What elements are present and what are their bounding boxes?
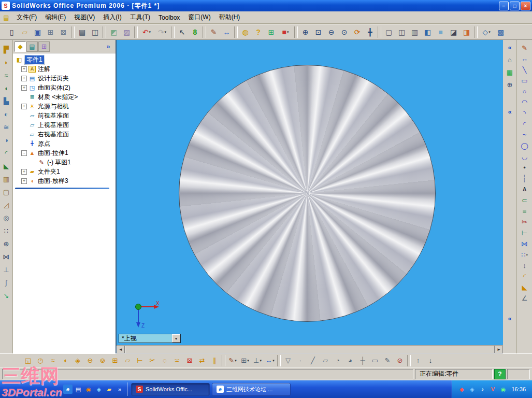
texture-icon[interactable]: ▨ bbox=[120, 26, 133, 38]
graphics-viewport[interactable]: X Z *上视 ▼ bbox=[117, 40, 503, 345]
filter-planes-icon[interactable]: ▭ bbox=[369, 355, 381, 366]
close-button[interactable]: × bbox=[521, 2, 530, 10]
centerline-icon[interactable]: ┆ bbox=[519, 173, 530, 183]
help-topic-icon[interactable]: ? bbox=[252, 26, 265, 38]
trim-surface-icon[interactable]: ✂ bbox=[146, 355, 159, 366]
circular-pattern-icon[interactable]: ⊛ bbox=[1, 238, 12, 249]
knit-surface-icon[interactable]: ⊞ bbox=[109, 355, 121, 366]
save-icon[interactable]: ▣ bbox=[31, 26, 44, 38]
restore-button[interactable]: □ bbox=[510, 2, 520, 10]
circle-icon[interactable]: ○ bbox=[519, 86, 530, 96]
antivirus-icon[interactable]: V bbox=[488, 385, 497, 393]
revolved-cut-icon[interactable]: ◐ bbox=[1, 109, 12, 119]
linear-sketch-pattern-icon[interactable]: ∷ bbox=[519, 249, 530, 260]
display-relations-icon[interactable]: ∠ bbox=[519, 293, 530, 303]
tree-item-design-binder[interactable]: + ▤ 设计活页夹 bbox=[13, 74, 116, 83]
revolved-boss-icon[interactable]: ◗ bbox=[1, 57, 12, 67]
view-orientation-selector[interactable]: *上视 ▼ bbox=[119, 334, 181, 343]
filter-vertices-icon[interactable]: ∙ bbox=[294, 355, 307, 366]
mid-surface-icon[interactable]: ≍ bbox=[171, 355, 183, 366]
fillet-icon[interactable]: ◜ bbox=[1, 148, 12, 158]
horizontal-scrollbar[interactable]: ◄ ► bbox=[117, 345, 503, 353]
mirror-entities-icon[interactable]: ⋈ bbox=[519, 238, 530, 249]
volume-icon[interactable]: ♪ bbox=[478, 385, 486, 393]
filter-axes-icon[interactable]: ┼ bbox=[356, 355, 369, 366]
tree-item-top-plane[interactable]: ▱ 上视基准面 bbox=[13, 120, 116, 130]
scrollbar-thumb[interactable] bbox=[125, 346, 495, 353]
three-point-arc-icon[interactable]: ◜ bbox=[519, 119, 530, 129]
sketch-dropdown-icon[interactable]: ✎ bbox=[226, 355, 239, 366]
ellipse-icon[interactable]: ◯ bbox=[519, 140, 530, 151]
zoom-area-icon[interactable]: ⊡ bbox=[312, 26, 325, 38]
safety-center-icon[interactable]: ◆ bbox=[457, 385, 466, 393]
magnifier-button[interactable]: ⊕ bbox=[504, 79, 515, 90]
section-view-icon[interactable]: ◨ bbox=[460, 26, 473, 38]
photoworks-icon[interactable]: ◍ bbox=[239, 26, 252, 38]
quicklaunch-expand-icon[interactable]: » bbox=[115, 385, 124, 394]
status-help-button[interactable]: ? bbox=[494, 369, 506, 379]
tree-item-surface-loft3[interactable]: + ◖ 曲面-放样3 bbox=[13, 176, 116, 186]
shadows-icon[interactable]: ◪ bbox=[447, 26, 460, 38]
print-icon[interactable]: ▤ bbox=[76, 26, 89, 38]
extruded-cut-icon[interactable]: ▙ bbox=[1, 96, 12, 106]
minimize-button[interactable]: − bbox=[499, 2, 509, 10]
menu-item-edit[interactable]: 编辑(E) bbox=[41, 11, 70, 23]
filter-surface-bodies-icon[interactable]: ◔ bbox=[332, 355, 344, 366]
task-solidworks[interactable]: S SolidWorks Offic... bbox=[131, 383, 210, 396]
draft-icon[interactable]: ◿ bbox=[1, 200, 12, 210]
edit-color-icon[interactable]: ◩ bbox=[107, 26, 120, 38]
replace-face-icon[interactable]: ⇄ bbox=[196, 355, 208, 366]
dock-up-icon[interactable]: ↑ bbox=[412, 355, 424, 366]
appearance-palette-button[interactable]: ▦ bbox=[504, 67, 515, 77]
boundary-surface-icon[interactable]: ◈ bbox=[71, 355, 84, 366]
filter-solid-bodies-icon[interactable]: ◕ bbox=[344, 355, 356, 366]
tree-item-front-plane[interactable]: ▱ 前视基准面 bbox=[13, 111, 116, 120]
sketch-fillet-icon[interactable]: ◜ bbox=[519, 271, 530, 281]
swept-cut-icon[interactable]: ≋ bbox=[1, 122, 12, 132]
swept-boss-icon[interactable]: ≈ bbox=[1, 70, 12, 80]
rectangle-icon[interactable]: ▭ bbox=[519, 75, 530, 86]
sketch-icon[interactable]: ✎ bbox=[207, 26, 220, 38]
red-cube-icon[interactable]: ■ bbox=[278, 26, 293, 38]
lofted-cut-icon[interactable]: ◑ bbox=[1, 135, 12, 145]
linear-pattern-icon[interactable]: ∷ bbox=[1, 225, 12, 236]
panel-expand-button[interactable]: » bbox=[103, 41, 114, 52]
scroll-left-button[interactable]: ◄ bbox=[117, 346, 125, 353]
scrollbar-track[interactable] bbox=[125, 346, 495, 353]
curves-icon[interactable]: ∫ bbox=[1, 277, 12, 288]
new-icon[interactable]: ▯ bbox=[5, 26, 18, 38]
lofted-surface-icon[interactable]: ◖ bbox=[59, 355, 71, 366]
help-icon[interactable]: ▩ bbox=[494, 26, 507, 38]
extend-surface-icon[interactable]: ⊢ bbox=[134, 355, 146, 366]
im-icon[interactable]: ◈ bbox=[468, 385, 476, 393]
configurationmanager-tab[interactable]: ⊞ bbox=[38, 41, 50, 52]
tree-item-material[interactable]: ≣ 材质 <未指定> bbox=[13, 92, 116, 102]
propertymanager-tab[interactable]: ▤ bbox=[26, 41, 38, 52]
trim-entities-icon[interactable]: ✂ bbox=[519, 217, 530, 227]
task-forum[interactable]: e 三维网技术论坛 ... bbox=[212, 383, 291, 396]
rebuild-icon[interactable]: 8 bbox=[189, 26, 202, 38]
rotate-view-icon[interactable]: ⟳ bbox=[351, 26, 364, 38]
menu-item-tools[interactable]: 工具(T) bbox=[126, 11, 154, 23]
offset-entities-icon[interactable]: ≡ bbox=[519, 206, 530, 216]
shaded-icon[interactable]: ■ bbox=[434, 26, 447, 38]
open-icon[interactable]: ▱ bbox=[18, 26, 31, 38]
undo-icon[interactable]: ↶ bbox=[139, 26, 154, 38]
tree-item-sketch1[interactable]: ✎ (-) 草图1 bbox=[13, 158, 116, 167]
wireframe-icon[interactable]: ▢ bbox=[382, 26, 395, 38]
tree-item-surface-extrude1[interactable]: - ▲ 曲面-拉伸1 bbox=[13, 148, 116, 158]
extruded-boss-icon[interactable]: ▛ bbox=[1, 44, 12, 54]
point-icon[interactable]: • bbox=[519, 162, 530, 173]
filter-faces-icon[interactable]: ▱ bbox=[319, 355, 332, 366]
rollback-bar[interactable] bbox=[15, 188, 109, 189]
centerpoint-arc-icon[interactable]: ◠ bbox=[519, 97, 530, 107]
reference-geometry-icon[interactable]: ⊥ bbox=[1, 264, 12, 275]
planar-surface-icon[interactable]: ▱ bbox=[121, 355, 134, 366]
folders-icon[interactable]: ▰ bbox=[105, 385, 114, 394]
shell-icon[interactable]: ▢ bbox=[1, 187, 12, 197]
show-desktop-icon[interactable]: ▤ bbox=[74, 385, 83, 394]
chamfer-icon[interactable]: ◣ bbox=[1, 161, 12, 171]
offset-surface-icon[interactable]: ⊖ bbox=[84, 355, 96, 366]
dimension-icon[interactable]: ↔ bbox=[220, 26, 233, 38]
dimension-dropdown-icon[interactable]: ↔ bbox=[264, 355, 276, 366]
